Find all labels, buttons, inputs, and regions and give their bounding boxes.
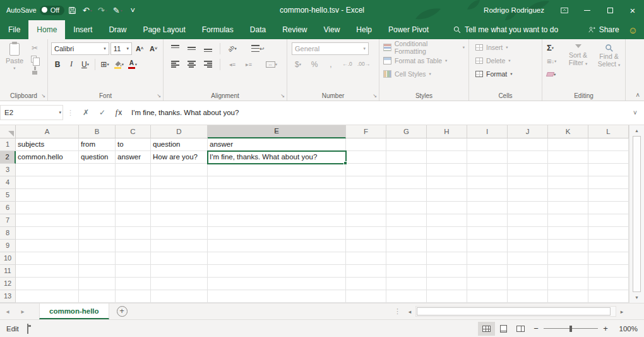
cell-i12[interactable] (467, 278, 508, 290)
cell-f1[interactable] (346, 138, 386, 151)
cell-b13[interactable] (79, 290, 116, 303)
cell-l12[interactable] (588, 278, 629, 290)
conditional-formatting-button[interactable]: Conditional Formatting▾ (381, 40, 467, 54)
cell-d2[interactable]: How are you? (151, 151, 208, 164)
cell-b3[interactable] (79, 164, 116, 176)
cell-d5[interactable] (151, 189, 208, 202)
row-header-8[interactable]: 8 (0, 227, 16, 240)
tab-data[interactable]: Data (242, 20, 274, 39)
cell-e1[interactable]: answer (208, 138, 346, 151)
cell-i1[interactable] (467, 138, 508, 151)
cell-k11[interactable] (548, 265, 588, 278)
accounting-format-button[interactable]: $▾ (292, 58, 304, 71)
cell-e8[interactable] (208, 227, 346, 240)
format-painter-button[interactable] (28, 65, 41, 76)
cell-b1[interactable]: from (79, 138, 116, 151)
cell-c9[interactable] (116, 240, 151, 252)
column-header-i[interactable]: I (467, 125, 508, 138)
delete-cells-button[interactable]: Delete▾ (470, 54, 540, 67)
column-header-f[interactable]: F (346, 125, 386, 138)
column-header-e[interactable]: E (208, 125, 346, 138)
cell-j12[interactable] (508, 278, 548, 290)
cell-j8[interactable] (508, 227, 548, 240)
italic-button[interactable]: I (65, 58, 78, 71)
collapse-ribbon-button[interactable]: ˄ (636, 92, 640, 99)
cell-i6[interactable] (467, 202, 508, 214)
cell-i10[interactable] (467, 252, 508, 265)
cell-g12[interactable] (386, 278, 427, 290)
cell-l5[interactable] (588, 189, 629, 202)
wrap-text-button[interactable]: ↩ (251, 42, 265, 55)
font-size-combo[interactable]: 11▾ (110, 42, 132, 55)
customize-quick-access-toolbar-button[interactable]: ˅ (125, 0, 140, 20)
cell-a5[interactable] (16, 189, 79, 202)
cell-g4[interactable] (386, 176, 427, 189)
decrease-font-size-button[interactable]: A˅ (147, 42, 160, 55)
cell-j1[interactable] (508, 138, 548, 151)
undo-button[interactable]: ↶▾ (80, 0, 95, 20)
cell-l8[interactable] (588, 227, 629, 240)
tab-page-layout[interactable]: Page Layout (134, 20, 193, 39)
number-dialog-launcher[interactable]: ↘ (373, 93, 377, 99)
vscroll-down-button[interactable]: ▾ (635, 293, 638, 302)
cell-b7[interactable] (79, 214, 116, 227)
cell-g5[interactable] (386, 189, 427, 202)
cell-c4[interactable] (116, 176, 151, 189)
cell-k13[interactable] (548, 290, 588, 303)
cell-k5[interactable] (548, 189, 588, 202)
find-select-button[interactable]: Find & Select ▾ (594, 42, 624, 80)
increase-indent-button[interactable]: ▸≡ (242, 58, 255, 71)
cell-c11[interactable] (116, 265, 151, 278)
select-all-button[interactable] (0, 125, 16, 138)
cell-c1[interactable]: to (116, 138, 151, 151)
autosave-toggle[interactable]: AutoSave Off (6, 6, 64, 15)
cell-j7[interactable] (508, 214, 548, 227)
share-button[interactable]: Share (588, 25, 619, 34)
user-name[interactable]: Rodrigo Rodriguez (484, 6, 544, 14)
cell-b9[interactable] (79, 240, 116, 252)
expand-formula-bar-button[interactable]: ˅ (628, 109, 643, 116)
feedback-smiley-icon[interactable]: ☺ (628, 25, 638, 35)
cell-a4[interactable] (16, 176, 79, 189)
tab-file[interactable]: File (0, 20, 28, 39)
tab-help[interactable]: Help (348, 20, 380, 39)
name-box-splitter[interactable]: ⋮ (63, 109, 78, 117)
cell-i2[interactable] (467, 151, 508, 164)
tab-scrollbar-splitter[interactable]: ⋮ (391, 303, 404, 319)
cell-g6[interactable] (386, 202, 427, 214)
cell-e10[interactable] (208, 252, 346, 265)
cell-styles-button[interactable]: Cell Styles▾ (381, 67, 467, 80)
align-center-button[interactable] (185, 58, 198, 71)
cell-e2[interactable]: I'm fine, thanks. What about you? (208, 151, 346, 164)
font-name-combo[interactable]: Calibri▾ (51, 42, 109, 55)
hscroll-right-button[interactable]: ▸ (616, 303, 628, 319)
cell-f13[interactable] (346, 290, 386, 303)
hscroll-thumb[interactable] (417, 307, 611, 316)
cell-d7[interactable] (151, 214, 208, 227)
cell-e11[interactable] (208, 265, 346, 278)
increase-decimal-button[interactable]: ←.0 (341, 58, 354, 71)
row-header-4[interactable]: 4 (0, 176, 16, 189)
cell-k2[interactable] (548, 151, 588, 164)
fill-handle[interactable] (343, 161, 347, 165)
cell-l11[interactable] (588, 265, 629, 278)
cell-d12[interactable] (151, 278, 208, 290)
cell-c13[interactable] (116, 290, 151, 303)
cell-d6[interactable] (151, 202, 208, 214)
tab-home[interactable]: Home (28, 20, 65, 39)
cell-d3[interactable] (151, 164, 208, 176)
tab-power-pivot[interactable]: Power Pivot (380, 20, 437, 39)
column-header-b[interactable]: B (79, 125, 116, 138)
column-header-c[interactable]: C (116, 125, 151, 138)
row-header-3[interactable]: 3 (0, 164, 16, 176)
cell-e13[interactable] (208, 290, 346, 303)
cell-e4[interactable] (208, 176, 346, 189)
cell-h12[interactable] (427, 278, 467, 290)
middle-align-button[interactable] (185, 42, 198, 55)
cell-g3[interactable] (386, 164, 427, 176)
cell-f2[interactable] (346, 151, 386, 164)
bottom-align-button[interactable] (201, 42, 214, 55)
row-header-6[interactable]: 6 (0, 202, 16, 214)
enter-entry-button[interactable]: ✓ (94, 105, 110, 120)
cell-b11[interactable] (79, 265, 116, 278)
